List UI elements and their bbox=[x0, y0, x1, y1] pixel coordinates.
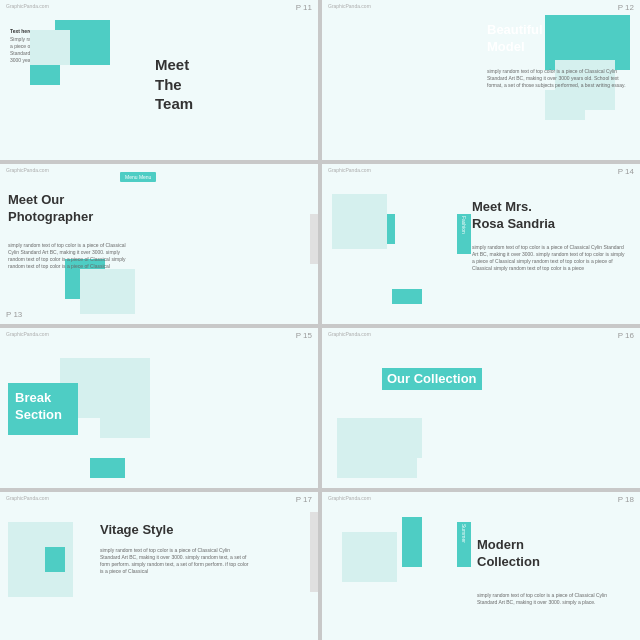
deco-teal-a bbox=[402, 517, 422, 567]
deco-light-a bbox=[30, 30, 70, 65]
slide-13: GraphicPanda.com P 13 Menu Menu Meet Our… bbox=[0, 164, 318, 324]
slide-label-vert: Summer bbox=[457, 522, 471, 567]
slide-url: GraphicPanda.com bbox=[328, 331, 371, 337]
slide-title: Beautiful Model bbox=[487, 22, 543, 56]
slide-url: GraphicPanda.com bbox=[328, 495, 371, 501]
slide-17: GraphicPanda.com P 17 Vitage Style simpl… bbox=[0, 492, 318, 640]
slide-15: GraphicPanda.com P 15 Break Section bbox=[0, 328, 318, 488]
body-text: simply random text of top color is a pie… bbox=[472, 244, 627, 272]
slide-page: P 15 bbox=[296, 331, 312, 340]
deco-light-a bbox=[342, 532, 397, 582]
text-here-label: Text here bbox=[10, 28, 32, 34]
slide-url: GraphicPanda.com bbox=[6, 167, 49, 173]
slide-page: P 17 bbox=[296, 495, 312, 504]
body-text: simply random text of top color is a pie… bbox=[477, 592, 622, 606]
slide-page: P 14 bbox=[618, 167, 634, 176]
slide-page: P 13 bbox=[6, 310, 22, 319]
deco-light-b bbox=[372, 418, 422, 458]
slide-title: Vitage Style bbox=[100, 522, 173, 539]
slide-title: Break Section bbox=[15, 390, 62, 424]
slide-title: Meet Our Photographer bbox=[8, 192, 93, 226]
deco-teal-b bbox=[30, 65, 60, 85]
slide-url: GraphicPanda.com bbox=[6, 3, 49, 9]
slide-label: Menu Menu bbox=[120, 172, 156, 182]
slide-page: P 16 bbox=[618, 331, 634, 340]
slide-12: GraphicPanda.com P 12 Beautiful Model si… bbox=[322, 0, 640, 160]
body-text: simply random text of top color is a pie… bbox=[100, 547, 250, 575]
slide-url: GraphicPanda.com bbox=[328, 3, 371, 9]
slide-title: Meet Mrs. Rosa Sandria bbox=[472, 199, 555, 233]
deco-gray-a bbox=[310, 512, 318, 592]
slide-page: P 18 bbox=[618, 495, 634, 504]
slide-title: Meet The Team bbox=[155, 55, 193, 114]
slide-14: GraphicPanda.com P 14 Fashion Meet Mrs. … bbox=[322, 164, 640, 324]
slide-16: GraphicPanda.com P 16 Our Collection bbox=[322, 328, 640, 488]
deco-gray-a bbox=[310, 214, 318, 264]
deco-light-b bbox=[545, 90, 585, 120]
deco-light-b bbox=[100, 408, 150, 438]
slide-label-vert: Fashion bbox=[457, 214, 471, 254]
deco-light-a bbox=[80, 269, 135, 314]
deco-light-a bbox=[332, 194, 387, 249]
slide-18: GraphicPanda.com P 18 Summer Modern Coll… bbox=[322, 492, 640, 640]
slide-page: P 11 bbox=[296, 3, 312, 12]
slide-page: P 12 bbox=[618, 3, 634, 12]
body-text: simply random text of top color is a pie… bbox=[487, 68, 632, 89]
slide-title: Our Collection bbox=[387, 371, 477, 388]
deco-teal-a bbox=[45, 547, 65, 572]
slide-url: GraphicPanda.com bbox=[328, 167, 371, 173]
slide-11: GraphicPanda.com P 11 Text here Simply r… bbox=[0, 0, 318, 160]
slide-url: GraphicPanda.com bbox=[6, 331, 49, 337]
body-text: simply random text of top color is a pie… bbox=[8, 242, 138, 270]
deco-teal-a bbox=[387, 214, 395, 244]
deco-teal-b bbox=[392, 289, 422, 304]
slide-title: Modern Collection bbox=[477, 537, 540, 571]
slide-url: GraphicPanda.com bbox=[6, 495, 49, 501]
deco-teal-b bbox=[90, 458, 125, 478]
